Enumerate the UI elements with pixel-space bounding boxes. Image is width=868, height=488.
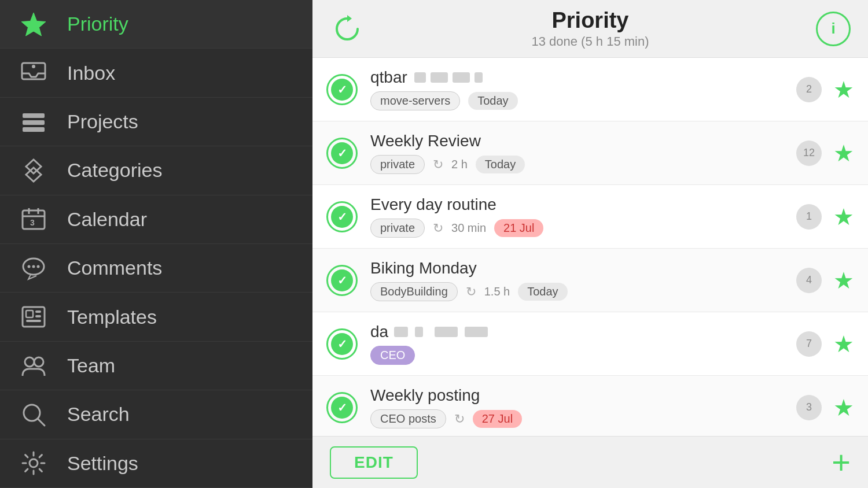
- svg-rect-19: [26, 320, 41, 322]
- info-button[interactable]: i: [816, 12, 851, 46]
- svg-point-22: [25, 357, 34, 367]
- task-row: Weekly posting CEO posts ↻ 27 Jul 3 ★: [312, 376, 868, 436]
- sidebar-label-priority: Priority: [67, 13, 128, 35]
- sidebar-item-comments[interactable]: Comments: [0, 244, 312, 293]
- comments-icon: [17, 252, 50, 284]
- task-date: Today: [518, 283, 567, 301]
- task-meta-3: private ↻ 30 min 21 Jul: [370, 219, 796, 238]
- svg-point-15: [32, 265, 35, 268]
- star-button[interactable]: ★: [833, 267, 854, 294]
- svg-rect-5: [23, 127, 45, 132]
- task-tag: BodyBuilding: [370, 282, 458, 301]
- sidebar-item-settings[interactable]: Settings: [0, 439, 312, 488]
- task-title-5: da: [370, 323, 796, 341]
- task-date: Today: [476, 156, 525, 173]
- task-row: Biking Monday BodyBuilding ↻ 1.5 h Today…: [312, 249, 868, 312]
- task-tag: move-servers: [370, 91, 460, 110]
- sidebar-item-search[interactable]: Search: [0, 390, 312, 439]
- task-date: Today: [468, 92, 517, 110]
- star-button[interactable]: ★: [833, 394, 854, 421]
- blur-block: [394, 327, 408, 337]
- svg-marker-0: [21, 13, 46, 36]
- team-icon: [17, 350, 50, 382]
- check-icon: [331, 269, 353, 291]
- recur-icon: ↻: [433, 221, 443, 236]
- sidebar-label-categories: Categories: [67, 159, 162, 182]
- task-row: qtbar move-servers Today 2 ★: [312, 58, 868, 121]
- task-title-2: Weekly Review: [370, 132, 796, 150]
- task-row: Weekly Review private ↻ 2 h Today 12 ★: [312, 121, 868, 185]
- blur-block: [435, 327, 458, 337]
- main-footer: EDIT +: [312, 436, 868, 488]
- refresh-button[interactable]: [330, 12, 365, 46]
- comment-badge: 2: [796, 77, 822, 102]
- task-date-overdue: 21 Jul: [494, 219, 543, 237]
- task-meta-6: CEO posts ↻ 27 Jul: [370, 409, 796, 428]
- blur-block: [453, 72, 470, 83]
- blur-block: [415, 327, 423, 337]
- task-check-2[interactable]: [326, 138, 358, 169]
- task-meta-4: BodyBuilding ↻ 1.5 h Today: [370, 282, 796, 301]
- task-right-2: 12 ★: [796, 140, 854, 167]
- recur-icon: ↻: [454, 412, 465, 427]
- task-tag: CEO posts: [370, 409, 446, 428]
- star-button[interactable]: ★: [833, 204, 854, 230]
- check-icon: [331, 79, 353, 101]
- sidebar-item-calendar[interactable]: 3 Calendar: [0, 195, 312, 244]
- task-content-1: qtbar move-servers Today: [370, 68, 796, 110]
- recur-icon: ↻: [466, 284, 476, 300]
- search-icon: [17, 398, 50, 431]
- sidebar-item-team[interactable]: Team: [0, 342, 312, 390]
- task-duration: 30 min: [451, 221, 486, 235]
- star-button[interactable]: ★: [833, 76, 854, 103]
- categories-icon: [17, 154, 50, 187]
- star-icon: [17, 8, 50, 40]
- task-check-3[interactable]: [326, 201, 358, 232]
- sidebar-item-templates[interactable]: Templates: [0, 293, 312, 341]
- svg-point-14: [28, 265, 31, 268]
- task-check-5[interactable]: [326, 328, 358, 360]
- edit-button[interactable]: EDIT: [330, 446, 418, 479]
- comment-badge: 4: [796, 268, 822, 293]
- svg-rect-18: [26, 310, 33, 317]
- task-list: qtbar move-servers Today 2 ★: [312, 58, 868, 436]
- check-icon: [331, 333, 353, 355]
- page-subtitle: 13 done (5 h 15 min): [531, 34, 649, 49]
- sidebar-item-categories[interactable]: Categories: [0, 146, 312, 195]
- task-meta-5: CEO: [370, 346, 796, 365]
- star-button[interactable]: ★: [833, 140, 854, 167]
- sidebar-label-team: Team: [67, 354, 115, 377]
- sidebar-item-inbox[interactable]: Inbox: [0, 49, 312, 97]
- task-row: da CEO 7 ★: [312, 312, 868, 376]
- sidebar-label-templates: Templates: [67, 306, 157, 328]
- page-title: Priority: [531, 8, 649, 33]
- add-button[interactable]: +: [832, 446, 851, 479]
- task-content-5: da CEO: [370, 323, 796, 365]
- task-date-overdue: 27 Jul: [473, 410, 522, 428]
- svg-rect-21: [35, 315, 41, 317]
- sidebar-label-search: Search: [67, 403, 130, 426]
- recur-icon: ↻: [433, 157, 443, 172]
- comment-badge: 12: [796, 141, 822, 166]
- task-content-6: Weekly posting CEO posts ↻ 27 Jul: [370, 386, 796, 428]
- svg-point-26: [30, 459, 38, 467]
- sidebar-item-projects[interactable]: Projects: [0, 98, 312, 146]
- comment-badge: 7: [796, 331, 822, 357]
- task-check-6[interactable]: [326, 392, 358, 423]
- sidebar-label-calendar: Calendar: [67, 208, 147, 231]
- comment-badge: 3: [796, 395, 822, 420]
- task-row: Every day routine private ↻ 30 min 21 Ju…: [312, 185, 868, 249]
- task-title-1: qtbar: [370, 68, 796, 87]
- sidebar-label-inbox: Inbox: [67, 62, 115, 84]
- task-check-4[interactable]: [326, 265, 358, 296]
- task-right-4: 4 ★: [796, 267, 854, 294]
- inbox-icon: [17, 57, 50, 89]
- star-button[interactable]: ★: [833, 331, 854, 357]
- svg-point-2: [32, 65, 35, 68]
- header-title-block: Priority 13 done (5 h 15 min): [531, 8, 649, 49]
- calendar-icon: 3: [17, 203, 50, 235]
- sidebar-item-priority[interactable]: Priority: [0, 0, 312, 49]
- task-check-1[interactable]: [326, 74, 358, 105]
- main-content: Priority 13 done (5 h 15 min) i qtbar: [312, 0, 868, 488]
- task-tag: private: [370, 155, 425, 174]
